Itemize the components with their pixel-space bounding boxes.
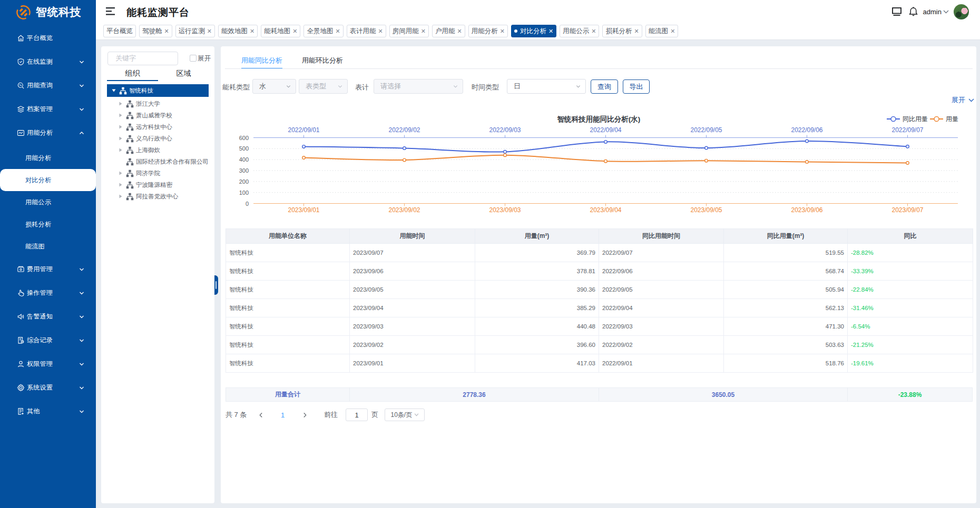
svg-text:2023/09/04: 2023/09/04 [590,206,621,214]
svg-text:2023/09/02: 2023/09/02 [388,206,420,214]
svg-text:用量: 用量 [946,115,958,123]
svg-text:200: 200 [239,178,249,185]
svg-text:2022/09/05: 2022/09/05 [690,126,722,134]
svg-text:500: 500 [239,145,249,152]
svg-text:2023/09/07: 2023/09/07 [891,206,923,214]
svg-text:2023/09/06: 2023/09/06 [791,206,822,214]
svg-text:600: 600 [239,135,249,141]
svg-text:2022/09/03: 2022/09/03 [489,126,521,134]
svg-text:2022/09/07: 2022/09/07 [891,126,923,134]
svg-text:2023/09/03: 2023/09/03 [489,206,521,214]
svg-text:2023/09/05: 2023/09/05 [690,206,722,214]
svg-text:400: 400 [239,156,249,163]
svg-text:0: 0 [246,201,249,207]
svg-text:2022/09/02: 2022/09/02 [388,126,420,134]
svg-text:2022/09/06: 2022/09/06 [791,126,822,134]
svg-text:2022/09/04: 2022/09/04 [590,126,621,134]
svg-text:2023/09/01: 2023/09/01 [288,206,319,214]
svg-text:100: 100 [239,190,249,196]
svg-text:2022/09/01: 2022/09/01 [288,126,319,134]
svg-text:同比用量: 同比用量 [903,115,928,123]
svg-text:智统科技用能同比分析(水): 智统科技用能同比分析(水) [557,115,641,123]
svg-text:300: 300 [239,167,249,174]
